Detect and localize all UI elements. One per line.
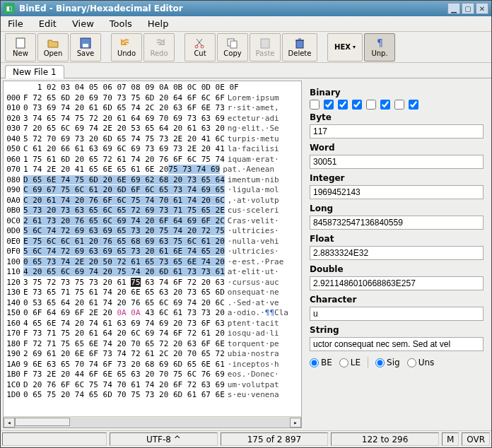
cut-label: Cut [194, 49, 206, 57]
values-panel: Binary Byte Word Integer Long Float Doub… [304, 81, 489, 428]
undo-label: Undo [117, 49, 136, 57]
unp-label: Unp. [371, 49, 387, 57]
new-label: New [13, 49, 28, 57]
undo-icon [120, 37, 133, 49]
delete-icon [293, 37, 306, 49]
svg-rect-8 [296, 40, 303, 48]
integer-field[interactable] [310, 185, 484, 199]
scroll-thumb[interactable] [15, 418, 70, 426]
delete-label: Delete [288, 49, 312, 57]
menu-view[interactable]: View [69, 17, 97, 30]
svg-rect-0 [16, 38, 25, 48]
status-position: 175 of 2 897 [221, 432, 329, 446]
radio-sig[interactable]: Sig [375, 358, 400, 367]
unprintable-toggle[interactable]: ¶Unp. [364, 33, 395, 61]
paste-button[interactable]: Paste [250, 33, 281, 61]
app-window: ◧ BinEd - Binary/Hexadecimal Editor ▁ ▢ … [0, 0, 492, 448]
main-area: 1 02 03 04 05 06 07 08 09 0A 0B 0C 0D 0E… [1, 78, 491, 430]
long-field[interactable] [310, 216, 484, 230]
horizontal-scrollbar[interactable]: ◂ ▸ [4, 416, 301, 428]
copy-label: Copy [223, 49, 241, 57]
endianness-sign-row: BE LE Sig Uns [310, 357, 484, 368]
scroll-track[interactable] [15, 418, 290, 428]
delete-button[interactable]: Delete [282, 33, 317, 61]
tabbar: New File 1 [1, 63, 491, 78]
hex-editor[interactable]: 1 02 03 04 05 06 07 08 09 0A 0B 0C 0D 0E… [3, 81, 302, 428]
undo-button[interactable]: Undo [111, 33, 142, 61]
word-field[interactable] [310, 155, 484, 169]
cut-icon [194, 37, 206, 49]
integer-label: Integer [310, 173, 484, 183]
bit-4[interactable] [366, 100, 376, 110]
bit-0[interactable] [310, 100, 320, 110]
menubar: File Edit View Tools Help [1, 16, 491, 32]
redo-button[interactable]: Redo [144, 33, 175, 61]
bit-6[interactable] [394, 100, 404, 110]
float-field[interactable] [310, 246, 484, 260]
svg-text:¶: ¶ [377, 37, 383, 48]
hex-body[interactable]: 1 02 03 04 05 06 07 08 09 0A 0B 0C 0D 0E… [4, 81, 301, 416]
binary-bits [310, 100, 484, 110]
binary-label: Binary [310, 88, 484, 98]
status-encoding[interactable]: UTF-8 ^ [110, 432, 218, 446]
maximize-button[interactable]: ▢ [462, 3, 474, 14]
save-button[interactable]: Save [70, 33, 101, 61]
minimize-button[interactable]: ▁ [447, 3, 460, 14]
cut-button[interactable]: Cut [184, 33, 216, 61]
status-spacer [2, 432, 107, 446]
radio-be[interactable]: BE [310, 358, 332, 367]
status-m[interactable]: M [442, 432, 459, 446]
scroll-left-button[interactable]: ◂ [4, 418, 15, 428]
bit-5[interactable] [380, 100, 390, 110]
titlebar[interactable]: ◧ BinEd - Binary/Hexadecimal Editor ▁ ▢ … [1, 1, 491, 16]
tab-file-1[interactable]: New File 1 [5, 65, 64, 78]
app-icon: ◧ [4, 3, 15, 14]
redo-icon [153, 37, 165, 49]
bit-3[interactable] [352, 100, 362, 110]
scroll-right-button[interactable]: ▸ [290, 418, 301, 428]
float-label: Float [310, 234, 484, 244]
new-button[interactable]: New [5, 33, 36, 61]
save-icon [79, 37, 92, 49]
new-icon [14, 37, 27, 49]
window-title: BinEd - Binary/Hexadecimal Editor [19, 4, 183, 13]
character-field[interactable] [310, 307, 484, 321]
save-label: Save [77, 49, 95, 57]
double-label: Double [310, 264, 484, 274]
word-label: Word [310, 143, 484, 153]
pilcrow-icon: ¶ [373, 37, 386, 49]
bit-1[interactable] [324, 100, 334, 110]
svg-rect-7 [261, 39, 269, 48]
menu-file[interactable]: File [5, 17, 26, 30]
redo-label: Redo [150, 49, 168, 57]
status-ovr[interactable]: OVR [462, 432, 490, 446]
byte-field[interactable] [310, 124, 484, 138]
status-selection: 122 to 296 [331, 432, 439, 446]
statusbar: UTF-8 ^ 175 of 2 897 122 to 296 M OVR [1, 430, 491, 447]
open-icon [47, 37, 59, 49]
string-label: String [310, 325, 484, 335]
radio-uns[interactable]: Uns [407, 358, 435, 367]
menu-tools[interactable]: Tools [107, 17, 135, 30]
menu-help[interactable]: Help [145, 17, 172, 30]
open-button[interactable]: Open [37, 33, 69, 61]
menu-edit[interactable]: Edit [36, 17, 59, 30]
character-label: Character [310, 295, 484, 305]
svg-rect-6 [230, 41, 237, 48]
open-label: Open [44, 49, 63, 57]
svg-rect-2 [83, 44, 88, 47]
bit-7[interactable] [409, 100, 418, 110]
copy-button[interactable]: Copy [217, 33, 248, 61]
bit-2[interactable] [338, 100, 348, 110]
long-label: Long [310, 204, 484, 213]
chevron-down-icon: ▾ [353, 44, 356, 50]
hex-label: HEX [334, 43, 351, 51]
copy-icon [226, 37, 239, 49]
byte-label: Byte [310, 112, 484, 122]
close-button[interactable]: ✕ [476, 3, 488, 14]
double-field[interactable] [310, 276, 484, 290]
paste-icon [259, 37, 271, 49]
hex-mode-button[interactable]: HEX▾ [327, 33, 363, 61]
string-field[interactable] [310, 337, 484, 351]
radio-le[interactable]: LE [339, 358, 361, 367]
